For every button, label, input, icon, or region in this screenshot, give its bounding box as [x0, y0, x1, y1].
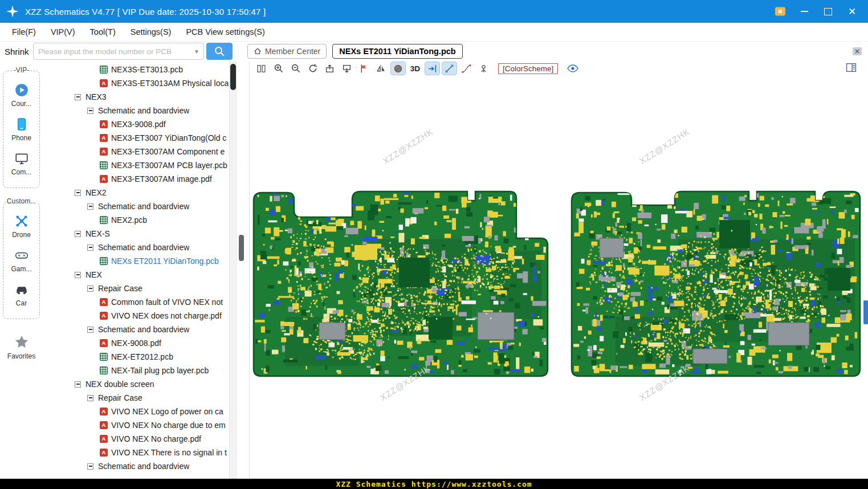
expander-icon[interactable]: [87, 108, 93, 114]
expander-icon[interactable]: [87, 286, 93, 292]
disable-net-button[interactable]: [391, 62, 405, 75]
sidebar-item-car[interactable]: Car: [3, 282, 39, 307]
expander-icon[interactable]: [75, 381, 81, 388]
menu-vip[interactable]: VIP(V): [43, 27, 83, 36]
layers-panel-button[interactable]: [846, 63, 857, 75]
tree-item[interactable]: NEX-9008.pdf: [43, 336, 229, 350]
tree-item[interactable]: Schematic and boardview: [43, 323, 229, 336]
tree-item-label: NEX3-ET3007AM PCB layer.pcb: [111, 161, 227, 170]
tree-item[interactable]: Schematic and boardview: [43, 459, 229, 473]
tree-item[interactable]: NEX: [43, 268, 229, 282]
maximize-icon: [824, 8, 832, 15]
rotate-button[interactable]: [305, 62, 320, 75]
probe-tool-button[interactable]: [476, 62, 491, 75]
menu-file[interactable]: File(F): [5, 27, 43, 36]
close-document-icon[interactable]: [852, 47, 862, 56]
expander-icon[interactable]: [75, 94, 81, 100]
tree-item[interactable]: NEX3S-ET3013AM Physical loca: [43, 76, 229, 90]
maximize-button[interactable]: [819, 3, 837, 19]
tree-item[interactable]: NEX3-ET3007AM Component e: [43, 145, 229, 158]
expander-icon[interactable]: [87, 244, 93, 251]
tree-item[interactable]: Schematic and boardview: [43, 104, 229, 117]
tree-item[interactable]: Common fault of VIVO NEX not: [43, 295, 229, 309]
tree-item[interactable]: NEX3: [43, 90, 229, 104]
tree-item[interactable]: NEX-S: [43, 227, 229, 241]
tree-scrollbar-thumb[interactable]: [230, 64, 236, 90]
tree-item[interactable]: Repair Case: [43, 391, 229, 405]
minimize-button[interactable]: [795, 3, 813, 19]
tree-item[interactable]: NEX3-9008.pdf: [43, 117, 229, 131]
tree-item[interactable]: Schematic and boardview: [43, 199, 229, 213]
measure-diagonal-button[interactable]: [442, 62, 457, 75]
tree-item-label: NEX2: [85, 188, 107, 197]
document-tab[interactable]: NEXs ET2011 YiDianTong.pcb: [332, 44, 462, 59]
sidebar-item-phone[interactable]: Phone: [3, 117, 39, 142]
tree-item[interactable]: VIVO NEX Logo of power on ca: [43, 405, 229, 418]
expander-icon[interactable]: [75, 272, 81, 278]
tree-item[interactable]: NEX-ET2012.pcb: [43, 350, 229, 364]
sidebar-item-favorites[interactable]: Favorites: [0, 334, 43, 360]
chevron-down-icon[interactable]: ▼: [194, 48, 203, 55]
tree-item[interactable]: NEX3-ET3007AM image.pdf: [43, 172, 229, 186]
search-input[interactable]: [34, 47, 194, 56]
tree-item[interactable]: VIVO NEX No charge.pdf: [43, 432, 229, 446]
tree-item[interactable]: NEX3-ET3007 YiDianTong(Old c: [43, 131, 229, 145]
eye-icon: [567, 64, 578, 72]
sidebar-item-cour[interactable]: Cour...: [3, 83, 39, 108]
sidebar-item-gam[interactable]: Gam...: [3, 248, 39, 273]
tree-scrollbar-track[interactable]: [229, 62, 237, 479]
tree-item-label: Common fault of VIVO NEX not: [111, 298, 223, 307]
sidebar-item-com[interactable]: Com...: [3, 151, 39, 176]
menu-pcb-view-settings[interactable]: PCB View settings(S): [178, 27, 272, 36]
tree-item-label: NEX3-ET3007AM image.pdf: [111, 174, 212, 184]
tree-item[interactable]: NEX2.pcb: [43, 213, 229, 227]
pcb-canvas[interactable]: XZZ@XZZHKXZZ@XZZHKXZZ@XZZHKXZZ@XZZHK: [250, 76, 868, 479]
tree-item[interactable]: VIVO NEX There is no signal in t: [43, 446, 229, 459]
pcb-board-view[interactable]: [250, 76, 868, 479]
sidebar-item-drone[interactable]: Drone: [3, 214, 39, 239]
flip-horizontal-button[interactable]: [374, 62, 388, 75]
shrink-button[interactable]: Shrink: [5, 47, 33, 56]
tree-item[interactable]: Repair Case: [43, 282, 229, 295]
canvas-scrollbar-thumb[interactable]: [863, 300, 868, 324]
tree-item[interactable]: NEX double screen: [43, 377, 229, 391]
tree-item[interactable]: VIVO NEX No charge due to em: [43, 418, 229, 432]
splitter-grip[interactable]: [239, 235, 244, 261]
tree-item[interactable]: VIVO NEX does not charge.pdf: [43, 309, 229, 323]
visibility-button[interactable]: [565, 62, 580, 75]
tree-item[interactable]: NEXs ET2011 YiDianTong.pcb: [43, 254, 229, 268]
curve-tool-button[interactable]: [459, 62, 474, 75]
tree-item[interactable]: NEX2: [43, 186, 229, 199]
expander-icon[interactable]: [75, 231, 81, 237]
zoom-in-button[interactable]: [271, 62, 286, 75]
zoom-out-button[interactable]: [288, 62, 303, 75]
tree-item[interactable]: NEX-Tail plug pcb layer.pcb: [43, 364, 229, 377]
expander-icon[interactable]: [87, 463, 93, 470]
flag-button[interactable]: [357, 62, 371, 75]
menu-bar: File(F) VIP(V) Tool(T) Settings(S) PCB V…: [0, 23, 868, 42]
tree-item-label: NEX3-ET3007 YiDianTong(Old c: [111, 133, 226, 142]
license-icon[interactable]: [771, 3, 789, 19]
jump-arrow-button[interactable]: [425, 62, 439, 75]
color-scheme-button[interactable]: [ColorScheme]: [498, 63, 558, 74]
export-bottom-button[interactable]: [340, 62, 354, 75]
expander-icon[interactable]: [87, 395, 93, 401]
expander-icon[interactable]: [75, 190, 81, 196]
pcb-file-icon: [100, 66, 108, 74]
split-view-button[interactable]: [254, 62, 268, 75]
tree-item[interactable]: Schematic and boardview: [43, 241, 229, 254]
tree-item-label: NEX2.pcb: [111, 215, 147, 225]
member-center-button[interactable]: Member Center: [247, 44, 327, 59]
tree-item[interactable]: NEX3-ET3007AM PCB layer.pcb: [43, 158, 229, 172]
menu-settings[interactable]: Settings(S): [123, 27, 179, 36]
export-top-icon: [325, 64, 335, 74]
3d-view-button[interactable]: 3D: [408, 62, 422, 75]
export-top-button[interactable]: [323, 62, 337, 75]
expander-icon[interactable]: [87, 327, 93, 333]
close-button[interactable]: ✕: [843, 3, 861, 19]
menu-tool[interactable]: Tool(T): [83, 27, 123, 36]
tree-item[interactable]: NEX3S-ET3013.pcb: [43, 63, 229, 76]
search-button[interactable]: [206, 43, 233, 60]
expander-icon[interactable]: [87, 203, 93, 210]
minimize-icon: [801, 11, 808, 12]
